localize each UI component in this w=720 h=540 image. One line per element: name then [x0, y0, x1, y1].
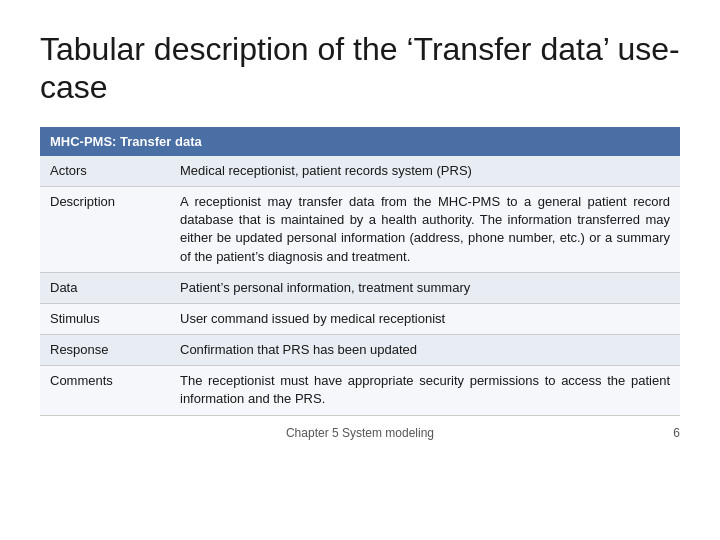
- table-row: Description A receptionist may transfer …: [40, 186, 680, 272]
- row-label-response: Response: [40, 335, 170, 366]
- row-label-description: Description: [40, 186, 170, 272]
- footer-page: 6: [673, 426, 680, 440]
- footer: Chapter 5 System modeling 6: [40, 416, 680, 440]
- row-label-comments: Comments: [40, 366, 170, 415]
- row-value-description: A receptionist may transfer data from th…: [170, 186, 680, 272]
- use-case-table: MHC-PMS: Transfer data Actors Medical re…: [40, 127, 680, 416]
- table-row: Stimulus User command issued by medical …: [40, 303, 680, 334]
- table-header: MHC-PMS: Transfer data: [40, 127, 680, 156]
- table-row: Actors Medical receptionist, patient rec…: [40, 156, 680, 187]
- row-value-actors: Medical receptionist, patient records sy…: [170, 156, 680, 187]
- footer-chapter: Chapter 5 System modeling: [286, 426, 434, 440]
- row-value-response: Confirmation that PRS has been updated: [170, 335, 680, 366]
- table-row: Comments The receptionist must have appr…: [40, 366, 680, 415]
- table-row: Data Patient’s personal information, tre…: [40, 272, 680, 303]
- row-value-stimulus: User command issued by medical reception…: [170, 303, 680, 334]
- table-header-row: MHC-PMS: Transfer data: [40, 127, 680, 156]
- row-label-stimulus: Stimulus: [40, 303, 170, 334]
- row-label-data: Data: [40, 272, 170, 303]
- row-label-actors: Actors: [40, 156, 170, 187]
- table-row: Response Confirmation that PRS has been …: [40, 335, 680, 366]
- row-value-comments: The receptionist must have appropriate s…: [170, 366, 680, 415]
- slide-title: Tabular description of the ‘Transfer dat…: [40, 30, 680, 107]
- row-value-data: Patient’s personal information, treatmen…: [170, 272, 680, 303]
- slide: Tabular description of the ‘Transfer dat…: [0, 0, 720, 540]
